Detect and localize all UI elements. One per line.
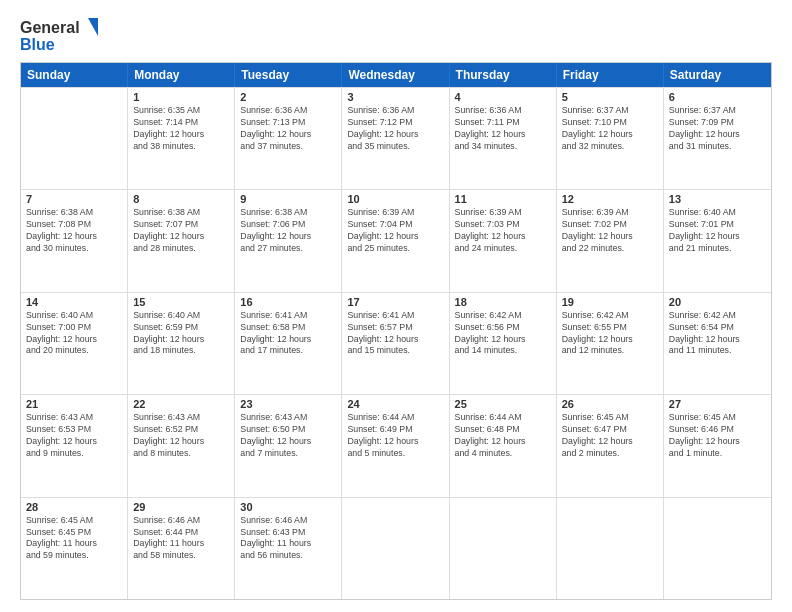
cell-line: Sunset: 6:43 PM — [240, 527, 336, 539]
day-number: 12 — [562, 193, 658, 205]
cell-line: Sunset: 7:04 PM — [347, 219, 443, 231]
day-number: 15 — [133, 296, 229, 308]
cell-line: and 22 minutes. — [562, 243, 658, 255]
cell-line: and 21 minutes. — [669, 243, 766, 255]
day-number: 2 — [240, 91, 336, 103]
day-number: 3 — [347, 91, 443, 103]
day-number: 24 — [347, 398, 443, 410]
cell-line: Sunset: 6:44 PM — [133, 527, 229, 539]
day-number: 26 — [562, 398, 658, 410]
calendar-cell: 8Sunrise: 6:38 AMSunset: 7:07 PMDaylight… — [128, 190, 235, 291]
cell-line: Sunrise: 6:41 AM — [240, 310, 336, 322]
svg-text:Blue: Blue — [20, 36, 55, 53]
cell-line: Sunset: 6:50 PM — [240, 424, 336, 436]
cell-line: and 37 minutes. — [240, 141, 336, 153]
cell-line: and 24 minutes. — [455, 243, 551, 255]
cell-line: Sunset: 6:52 PM — [133, 424, 229, 436]
cell-line: Sunrise: 6:38 AM — [240, 207, 336, 219]
cell-line: Daylight: 12 hours — [26, 231, 122, 243]
cell-line: Sunrise: 6:44 AM — [347, 412, 443, 424]
cell-line: Daylight: 12 hours — [347, 231, 443, 243]
svg-marker-2 — [88, 18, 98, 36]
day-number: 27 — [669, 398, 766, 410]
cell-line: Sunrise: 6:41 AM — [347, 310, 443, 322]
cell-line: Daylight: 12 hours — [562, 129, 658, 141]
cell-line: Sunset: 6:53 PM — [26, 424, 122, 436]
cell-line: Sunrise: 6:46 AM — [133, 515, 229, 527]
cell-line: Sunset: 7:00 PM — [26, 322, 122, 334]
cell-line: Sunset: 6:56 PM — [455, 322, 551, 334]
cell-line: Sunset: 6:48 PM — [455, 424, 551, 436]
cell-line: Sunrise: 6:44 AM — [455, 412, 551, 424]
cell-line: Daylight: 12 hours — [347, 129, 443, 141]
cell-line: and 15 minutes. — [347, 345, 443, 357]
cell-line: Sunset: 7:10 PM — [562, 117, 658, 129]
cell-line: and 18 minutes. — [133, 345, 229, 357]
calendar-cell: 17Sunrise: 6:41 AMSunset: 6:57 PMDayligh… — [342, 293, 449, 394]
cell-line: Sunrise: 6:40 AM — [133, 310, 229, 322]
cell-line: Sunrise: 6:43 AM — [133, 412, 229, 424]
day-header-wednesday: Wednesday — [342, 63, 449, 87]
calendar-row-1: 1Sunrise: 6:35 AMSunset: 7:14 PMDaylight… — [21, 87, 771, 189]
calendar-cell — [557, 498, 664, 599]
calendar-cell: 30Sunrise: 6:46 AMSunset: 6:43 PMDayligh… — [235, 498, 342, 599]
cell-line: Sunrise: 6:45 AM — [26, 515, 122, 527]
cell-line: and 9 minutes. — [26, 448, 122, 460]
cell-line: and 11 minutes. — [669, 345, 766, 357]
day-header-thursday: Thursday — [450, 63, 557, 87]
calendar-cell: 28Sunrise: 6:45 AMSunset: 6:45 PMDayligh… — [21, 498, 128, 599]
day-number: 13 — [669, 193, 766, 205]
cell-line: Sunset: 7:14 PM — [133, 117, 229, 129]
calendar-cell: 3Sunrise: 6:36 AMSunset: 7:12 PMDaylight… — [342, 88, 449, 189]
day-number: 20 — [669, 296, 766, 308]
cell-line: Sunset: 7:13 PM — [240, 117, 336, 129]
day-number: 6 — [669, 91, 766, 103]
cell-line: Sunrise: 6:35 AM — [133, 105, 229, 117]
cell-line: Daylight: 12 hours — [669, 129, 766, 141]
day-number: 16 — [240, 296, 336, 308]
cell-line: Sunrise: 6:42 AM — [669, 310, 766, 322]
cell-line: Sunset: 6:57 PM — [347, 322, 443, 334]
calendar-cell: 27Sunrise: 6:45 AMSunset: 6:46 PMDayligh… — [664, 395, 771, 496]
day-number: 1 — [133, 91, 229, 103]
cell-line: Sunrise: 6:39 AM — [562, 207, 658, 219]
calendar-cell: 13Sunrise: 6:40 AMSunset: 7:01 PMDayligh… — [664, 190, 771, 291]
cell-line: and 8 minutes. — [133, 448, 229, 460]
cell-line: Daylight: 12 hours — [455, 231, 551, 243]
calendar-cell: 19Sunrise: 6:42 AMSunset: 6:55 PMDayligh… — [557, 293, 664, 394]
cell-line: and 7 minutes. — [240, 448, 336, 460]
day-header-monday: Monday — [128, 63, 235, 87]
cell-line: Sunrise: 6:39 AM — [347, 207, 443, 219]
cell-line: and 59 minutes. — [26, 550, 122, 562]
cell-line: Sunrise: 6:38 AM — [26, 207, 122, 219]
day-number: 14 — [26, 296, 122, 308]
day-number: 19 — [562, 296, 658, 308]
day-header-tuesday: Tuesday — [235, 63, 342, 87]
cell-line: Daylight: 11 hours — [26, 538, 122, 550]
calendar-cell: 7Sunrise: 6:38 AMSunset: 7:08 PMDaylight… — [21, 190, 128, 291]
cell-line: and 28 minutes. — [133, 243, 229, 255]
cell-line: and 12 minutes. — [562, 345, 658, 357]
cell-line: Sunset: 6:54 PM — [669, 322, 766, 334]
cell-line: Sunset: 7:01 PM — [669, 219, 766, 231]
cell-line: and 56 minutes. — [240, 550, 336, 562]
cell-line: Sunset: 6:46 PM — [669, 424, 766, 436]
cell-line: and 17 minutes. — [240, 345, 336, 357]
calendar-cell: 24Sunrise: 6:44 AMSunset: 6:49 PMDayligh… — [342, 395, 449, 496]
cell-line: Sunset: 6:58 PM — [240, 322, 336, 334]
calendar-cell: 6Sunrise: 6:37 AMSunset: 7:09 PMDaylight… — [664, 88, 771, 189]
calendar-cell: 26Sunrise: 6:45 AMSunset: 6:47 PMDayligh… — [557, 395, 664, 496]
cell-line: and 34 minutes. — [455, 141, 551, 153]
day-number: 8 — [133, 193, 229, 205]
cell-line: Sunset: 7:06 PM — [240, 219, 336, 231]
day-number: 28 — [26, 501, 122, 513]
cell-line: Daylight: 12 hours — [562, 436, 658, 448]
cell-line: Sunrise: 6:40 AM — [669, 207, 766, 219]
cell-line: Sunset: 7:07 PM — [133, 219, 229, 231]
cell-line: Sunset: 7:12 PM — [347, 117, 443, 129]
calendar-cell — [21, 88, 128, 189]
calendar-row-4: 21Sunrise: 6:43 AMSunset: 6:53 PMDayligh… — [21, 394, 771, 496]
calendar-body: 1Sunrise: 6:35 AMSunset: 7:14 PMDaylight… — [21, 87, 771, 599]
cell-line: Sunset: 6:55 PM — [562, 322, 658, 334]
day-number: 11 — [455, 193, 551, 205]
